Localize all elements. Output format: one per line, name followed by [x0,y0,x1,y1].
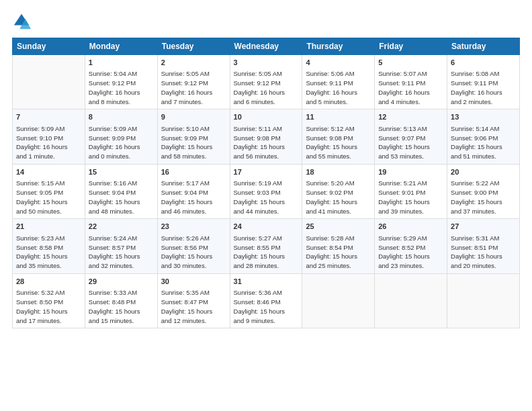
calendar-cell: 27Sunrise: 5:31 AM Sunset: 8:51 PM Dayli… [447,219,520,273]
day-number: 1 [89,58,154,68]
day-number: 20 [451,167,516,177]
day-info: Sunrise: 5:31 AM Sunset: 8:51 PM Dayligh… [451,234,516,271]
day-number: 19 [378,167,443,177]
day-info: Sunrise: 5:29 AM Sunset: 8:52 PM Dayligh… [378,234,443,271]
calendar-cell: 24Sunrise: 5:27 AM Sunset: 8:55 PM Dayli… [230,219,302,273]
header-tuesday: Tuesday [157,38,230,55]
calendar-table: Sunday Monday Tuesday Wednesday Thursday… [12,38,520,328]
day-info: Sunrise: 5:28 AM Sunset: 8:54 PM Dayligh… [306,234,371,271]
day-number: 15 [89,167,154,177]
calendar-cell: 13Sunrise: 5:14 AM Sunset: 9:06 PM Dayli… [447,109,520,164]
calendar-cell: 12Sunrise: 5:13 AM Sunset: 9:07 PM Dayli… [375,109,447,164]
day-info: Sunrise: 5:05 AM Sunset: 9:12 PM Dayligh… [161,69,226,106]
calendar-cell: 26Sunrise: 5:29 AM Sunset: 8:52 PM Dayli… [375,219,447,273]
calendar-cell: 9Sunrise: 5:10 AM Sunset: 9:09 PM Daylig… [157,109,230,164]
day-info: Sunrise: 5:17 AM Sunset: 9:04 PM Dayligh… [161,179,226,216]
day-info: Sunrise: 5:36 AM Sunset: 8:46 PM Dayligh… [234,288,299,325]
day-info: Sunrise: 5:27 AM Sunset: 8:55 PM Dayligh… [234,234,299,271]
day-info: Sunrise: 5:32 AM Sunset: 8:50 PM Dayligh… [16,288,81,325]
calendar-week-row: 21Sunrise: 5:23 AM Sunset: 8:58 PM Dayli… [13,219,520,273]
calendar-cell: 28Sunrise: 5:32 AM Sunset: 8:50 PM Dayli… [13,273,85,328]
day-number: 3 [234,58,299,68]
day-info: Sunrise: 5:09 AM Sunset: 9:09 PM Dayligh… [89,124,154,161]
calendar-week-row: 28Sunrise: 5:32 AM Sunset: 8:50 PM Dayli… [13,273,520,328]
calendar-cell: 18Sunrise: 5:20 AM Sunset: 9:02 PM Dayli… [302,164,375,218]
day-info: Sunrise: 5:15 AM Sunset: 9:05 PM Dayligh… [16,179,81,216]
day-info: Sunrise: 5:35 AM Sunset: 8:47 PM Dayligh… [161,288,226,325]
calendar-cell: 11Sunrise: 5:12 AM Sunset: 9:08 PM Dayli… [302,109,375,164]
calendar-week-row: 7Sunrise: 5:09 AM Sunset: 9:10 PM Daylig… [13,109,520,164]
day-info: Sunrise: 5:16 AM Sunset: 9:04 PM Dayligh… [89,179,154,216]
day-info: Sunrise: 5:14 AM Sunset: 9:06 PM Dayligh… [451,124,516,161]
calendar-cell: 7Sunrise: 5:09 AM Sunset: 9:10 PM Daylig… [13,109,85,164]
day-number: 29 [89,277,154,287]
calendar-cell: 4Sunrise: 5:06 AM Sunset: 9:11 PM Daylig… [302,55,375,109]
day-info: Sunrise: 5:20 AM Sunset: 9:02 PM Dayligh… [306,179,371,216]
day-number: 2 [161,58,226,68]
day-number: 30 [161,277,226,287]
calendar-cell: 25Sunrise: 5:28 AM Sunset: 8:54 PM Dayli… [302,219,375,273]
calendar-cell: 10Sunrise: 5:11 AM Sunset: 9:08 PM Dayli… [230,109,302,164]
day-info: Sunrise: 5:06 AM Sunset: 9:11 PM Dayligh… [306,69,371,106]
day-number: 27 [451,222,516,232]
day-number: 13 [451,112,516,122]
calendar-cell [447,273,520,328]
calendar-cell: 17Sunrise: 5:19 AM Sunset: 9:03 PM Dayli… [230,164,302,218]
calendar-cell: 23Sunrise: 5:26 AM Sunset: 8:56 PM Dayli… [157,219,230,273]
page: Sunday Monday Tuesday Wednesday Thursday… [0,0,532,336]
day-number: 11 [306,112,371,122]
day-number: 17 [234,167,299,177]
day-number: 31 [234,277,299,287]
calendar-cell: 22Sunrise: 5:24 AM Sunset: 8:57 PM Dayli… [85,219,157,273]
calendar-cell: 15Sunrise: 5:16 AM Sunset: 9:04 PM Dayli… [85,164,157,218]
header-saturday: Saturday [447,38,520,55]
day-number: 21 [16,222,81,232]
header-wednesday: Wednesday [230,38,302,55]
day-number: 4 [306,58,371,68]
day-number: 6 [451,58,516,68]
day-info: Sunrise: 5:13 AM Sunset: 9:07 PM Dayligh… [378,124,443,161]
day-number: 26 [378,222,443,232]
day-info: Sunrise: 5:22 AM Sunset: 9:00 PM Dayligh… [451,179,516,216]
day-info: Sunrise: 5:12 AM Sunset: 9:08 PM Dayligh… [306,124,371,161]
calendar-cell: 5Sunrise: 5:07 AM Sunset: 9:11 PM Daylig… [375,55,447,109]
day-info: Sunrise: 5:04 AM Sunset: 9:12 PM Dayligh… [89,69,154,106]
calendar-cell: 14Sunrise: 5:15 AM Sunset: 9:05 PM Dayli… [13,164,85,218]
weekday-header-row: Sunday Monday Tuesday Wednesday Thursday… [13,38,520,55]
day-number: 5 [378,58,443,68]
logo-icon [12,12,31,31]
calendar-cell: 20Sunrise: 5:22 AM Sunset: 9:00 PM Dayli… [447,164,520,218]
day-info: Sunrise: 5:24 AM Sunset: 8:57 PM Dayligh… [89,234,154,271]
calendar-cell: 29Sunrise: 5:33 AM Sunset: 8:48 PM Dayli… [85,273,157,328]
day-info: Sunrise: 5:05 AM Sunset: 9:12 PM Dayligh… [234,69,299,106]
day-info: Sunrise: 5:09 AM Sunset: 9:10 PM Dayligh… [16,124,81,161]
calendar-cell [375,273,447,328]
day-number: 16 [161,167,226,177]
calendar-cell [302,273,375,328]
day-number: 28 [16,277,81,287]
day-info: Sunrise: 5:33 AM Sunset: 8:48 PM Dayligh… [89,288,154,325]
calendar-cell: 16Sunrise: 5:17 AM Sunset: 9:04 PM Dayli… [157,164,230,218]
header [12,12,520,31]
day-info: Sunrise: 5:23 AM Sunset: 8:58 PM Dayligh… [16,234,81,271]
calendar-cell [13,55,85,109]
day-number: 7 [16,112,81,122]
day-info: Sunrise: 5:08 AM Sunset: 9:11 PM Dayligh… [451,69,516,106]
calendar-cell: 19Sunrise: 5:21 AM Sunset: 9:01 PM Dayli… [375,164,447,218]
day-number: 18 [306,167,371,177]
day-info: Sunrise: 5:10 AM Sunset: 9:09 PM Dayligh… [161,124,226,161]
calendar-cell: 21Sunrise: 5:23 AM Sunset: 8:58 PM Dayli… [13,219,85,273]
calendar-cell: 6Sunrise: 5:08 AM Sunset: 9:11 PM Daylig… [447,55,520,109]
day-number: 23 [161,222,226,232]
day-number: 24 [234,222,299,232]
header-sunday: Sunday [13,38,85,55]
calendar-cell: 3Sunrise: 5:05 AM Sunset: 9:12 PM Daylig… [230,55,302,109]
day-info: Sunrise: 5:26 AM Sunset: 8:56 PM Dayligh… [161,234,226,271]
day-info: Sunrise: 5:07 AM Sunset: 9:11 PM Dayligh… [378,69,443,106]
day-info: Sunrise: 5:21 AM Sunset: 9:01 PM Dayligh… [378,179,443,216]
logo [12,12,34,31]
calendar-cell: 1Sunrise: 5:04 AM Sunset: 9:12 PM Daylig… [85,55,157,109]
calendar-cell: 8Sunrise: 5:09 AM Sunset: 9:09 PM Daylig… [85,109,157,164]
day-number: 22 [89,222,154,232]
day-number: 10 [234,112,299,122]
